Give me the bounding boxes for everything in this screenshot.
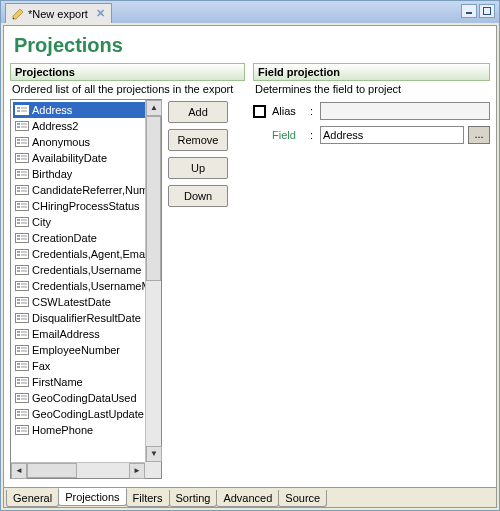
svg-rect-57 (17, 270, 20, 272)
tab-projections[interactable]: Projections (58, 488, 126, 506)
svg-rect-103 (21, 414, 27, 416)
svg-rect-60 (17, 283, 20, 285)
svg-rect-35 (17, 203, 20, 205)
scroll-up-button[interactable]: ▲ (146, 100, 162, 116)
svg-rect-21 (21, 155, 27, 157)
list-item[interactable]: EmailAddress (13, 326, 159, 342)
svg-rect-83 (21, 350, 27, 352)
up-button[interactable]: Up (168, 157, 228, 179)
browse-button[interactable]: ... (468, 126, 490, 144)
tab-source[interactable]: Source (278, 490, 327, 507)
svg-rect-73 (21, 318, 27, 320)
scroll-corner (145, 462, 161, 478)
list-item-label: AvailabilityDate (32, 152, 107, 164)
alias-checkbox[interactable] (253, 105, 266, 118)
scroll-right-button[interactable]: ► (129, 463, 145, 479)
down-button[interactable]: Down (168, 185, 228, 207)
alias-input[interactable] (320, 102, 490, 120)
list-item-label: Address (32, 104, 72, 116)
svg-rect-68 (21, 302, 27, 304)
list-item[interactable]: Credentials,Agent,Email (13, 246, 159, 262)
svg-rect-5 (17, 107, 20, 109)
list-item[interactable]: Anonymous (13, 134, 159, 150)
scroll-down-button[interactable]: ▼ (146, 446, 162, 462)
svg-rect-47 (17, 238, 20, 240)
svg-rect-55 (17, 267, 20, 269)
list-item[interactable]: DisqualifierResultDate (13, 310, 159, 326)
list-item[interactable]: CreationDate (13, 230, 159, 246)
svg-rect-20 (17, 155, 20, 157)
field-row: Field : Address ... (253, 123, 490, 147)
svg-rect-97 (17, 398, 20, 400)
list-item[interactable]: EmployeeNumber (13, 342, 159, 358)
list-item-label: GeoCodingDataUsed (32, 392, 137, 404)
svg-rect-91 (21, 379, 27, 381)
svg-rect-62 (17, 286, 20, 288)
svg-rect-66 (21, 299, 27, 301)
horizontal-scroll-thumb[interactable] (27, 463, 77, 478)
list-item-label: Credentials,UsernameM (32, 280, 151, 292)
svg-rect-41 (21, 219, 27, 221)
list-item[interactable]: HomePhone (13, 422, 159, 438)
svg-rect-8 (21, 110, 27, 112)
field-projection-header: Field projection (253, 63, 490, 81)
close-tab-icon[interactable]: ✕ (96, 7, 105, 20)
list-item[interactable]: Birthday (13, 166, 159, 182)
field-input[interactable]: Address (320, 126, 464, 144)
tab-filters[interactable]: Filters (126, 490, 170, 507)
list-item-label: CandidateReferrer,Number (32, 184, 159, 196)
add-button[interactable]: Add (168, 101, 228, 123)
list-item[interactable]: FirstName (13, 374, 159, 390)
svg-rect-42 (17, 222, 20, 224)
svg-rect-26 (21, 171, 27, 173)
svg-rect-81 (21, 347, 27, 349)
svg-rect-46 (21, 235, 27, 237)
projections-panel: Projections Ordered list of all the proj… (10, 63, 245, 483)
tab-general[interactable]: General (6, 490, 59, 507)
svg-rect-100 (17, 411, 20, 413)
svg-rect-33 (21, 190, 27, 192)
list-item-label: HomePhone (32, 424, 93, 436)
list-item[interactable]: AvailabilityDate (13, 150, 159, 166)
svg-rect-82 (17, 350, 20, 352)
list-item-label: Fax (32, 360, 50, 372)
svg-rect-71 (21, 315, 27, 317)
page-title: Projections (4, 26, 496, 63)
horizontal-scrollbar[interactable]: ◄ ► (11, 462, 145, 478)
list-item[interactable]: Credentials,UsernameM (13, 278, 159, 294)
svg-rect-88 (21, 366, 27, 368)
list-item[interactable]: City (13, 214, 159, 230)
app-window: *New export ✕ Projections Projections Or… (0, 0, 500, 511)
maximize-button[interactable] (479, 4, 495, 18)
svg-rect-75 (17, 331, 20, 333)
scroll-left-button[interactable]: ◄ (11, 463, 27, 479)
svg-rect-85 (17, 363, 20, 365)
svg-rect-63 (21, 286, 27, 288)
vertical-scrollbar[interactable]: ▲ ▼ (145, 100, 161, 462)
svg-rect-22 (17, 158, 20, 160)
vertical-scroll-thumb[interactable] (146, 116, 161, 281)
file-tab[interactable]: *New export ✕ (5, 3, 112, 23)
list-item-label: CHiringProcessStatus (32, 200, 140, 212)
list-item[interactable]: CSWLatestDate (13, 294, 159, 310)
svg-rect-27 (17, 174, 20, 176)
tab-advanced[interactable]: Advanced (216, 490, 279, 507)
bottom-tabs: GeneralProjectionsFiltersSortingAdvanced… (4, 487, 496, 507)
list-item-label: FirstName (32, 376, 83, 388)
list-item[interactable]: Credentials,Username (13, 262, 159, 278)
svg-rect-7 (17, 110, 20, 112)
list-item[interactable]: GeoCodingLastUpdate (13, 406, 159, 422)
remove-button[interactable]: Remove (168, 129, 228, 151)
list-item[interactable]: GeoCodingDataUsed (13, 390, 159, 406)
list-item[interactable]: CandidateReferrer,Number (13, 182, 159, 198)
projections-listbox[interactable]: AddressAddress2AnonymousAvailabilityDate… (10, 99, 162, 479)
list-item[interactable]: Address (13, 102, 159, 118)
list-item[interactable]: Fax (13, 358, 159, 374)
minimize-button[interactable] (461, 4, 477, 18)
tab-sorting[interactable]: Sorting (169, 490, 218, 507)
list-item[interactable]: CHiringProcessStatus (13, 198, 159, 214)
svg-rect-13 (21, 126, 27, 128)
list-item[interactable]: Address2 (13, 118, 159, 134)
svg-rect-36 (21, 203, 27, 205)
svg-rect-98 (21, 398, 27, 400)
